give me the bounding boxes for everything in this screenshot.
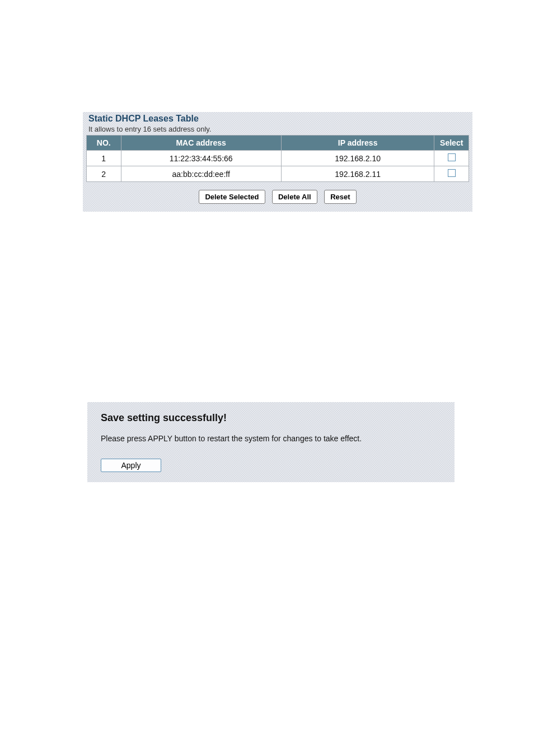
- panel-title: Static DHCP Leases Table: [88, 114, 469, 124]
- static-dhcp-leases-panel: Static DHCP Leases Table It allows to en…: [83, 112, 472, 212]
- col-ip: IP address: [281, 136, 434, 151]
- panel-subtitle: It allows to entry 16 sets address only.: [88, 125, 469, 133]
- delete-all-button[interactable]: Delete All: [272, 190, 317, 204]
- select-checkbox[interactable]: [448, 153, 456, 161]
- col-no: NO.: [87, 136, 121, 151]
- cell-ip: 192.168.2.10: [281, 151, 434, 166]
- cell-select: [434, 151, 469, 166]
- delete-selected-button[interactable]: Delete Selected: [199, 190, 265, 204]
- cell-mac: aa:bb:cc:dd:ee:ff: [121, 166, 281, 182]
- cell-no: 2: [87, 166, 121, 182]
- save-title: Save setting successfully!: [101, 412, 441, 424]
- save-message: Please press APPLY button to restart the…: [101, 434, 441, 443]
- table-row: 1 11:22:33:44:55:66 192.168.2.10: [87, 151, 469, 166]
- select-checkbox[interactable]: [448, 169, 456, 177]
- reset-button[interactable]: Reset: [324, 190, 356, 204]
- button-row: Delete Selected Delete All Reset: [86, 190, 469, 204]
- col-select: Select: [434, 136, 469, 151]
- cell-ip: 192.168.2.11: [281, 166, 434, 182]
- cell-mac: 11:22:33:44:55:66: [121, 151, 281, 166]
- apply-button[interactable]: Apply: [101, 459, 161, 472]
- cell-no: 1: [87, 151, 121, 166]
- leases-table: NO. MAC address IP address Select 1 11:2…: [86, 135, 469, 182]
- cell-select: [434, 166, 469, 182]
- save-panel: Save setting successfully! Please press …: [87, 402, 455, 482]
- col-mac: MAC address: [121, 136, 281, 151]
- table-row: 2 aa:bb:cc:dd:ee:ff 192.168.2.11: [87, 166, 469, 182]
